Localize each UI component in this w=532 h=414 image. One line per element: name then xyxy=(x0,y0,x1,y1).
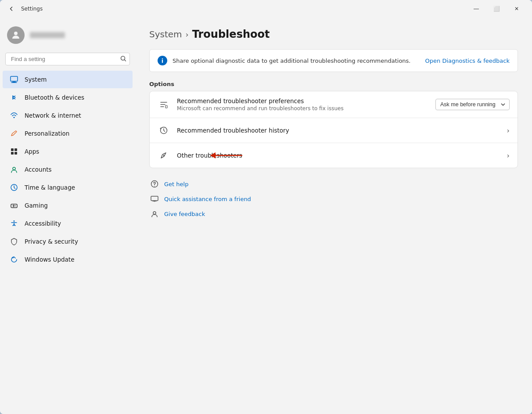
privacy-icon xyxy=(10,237,18,246)
svg-rect-5 xyxy=(11,148,14,151)
other-troubleshooters-text: Other troubleshooters xyxy=(177,152,500,159)
nav-bluetooth-label: Bluetooth & devices xyxy=(25,94,84,101)
svg-rect-7 xyxy=(11,152,14,155)
troubleshooter-dropdown[interactable]: Ask me before running Run automatically … xyxy=(435,99,510,110)
nav-gaming-label: Gaming xyxy=(25,202,48,209)
titlebar: Settings — ⬜ ✕ xyxy=(0,0,532,18)
feedback-item[interactable]: Give feedback xyxy=(149,209,518,219)
user-section xyxy=(0,21,135,51)
info-text: Share optional diagnostic data to get ad… xyxy=(173,58,420,64)
nav-time-label: Time & language xyxy=(25,184,75,191)
nav-personalization[interactable]: Personalization xyxy=(3,125,133,142)
settings-window: Settings — ⬜ ✕ xyxy=(0,0,532,414)
feedback-link[interactable]: Give feedback xyxy=(164,211,205,217)
history-right: › xyxy=(507,126,510,135)
get-help-link[interactable]: Get help xyxy=(164,181,188,187)
accessibility-icon xyxy=(10,219,18,228)
other-troubleshooters-icon xyxy=(158,149,170,162)
nav-update[interactable]: Windows Update xyxy=(3,251,133,268)
options-section-title: Options xyxy=(149,81,518,87)
get-help-icon xyxy=(149,179,160,189)
titlebar-title: Settings xyxy=(21,6,466,12)
sidebar: System Bluetooth & devices xyxy=(0,18,135,414)
search-icon xyxy=(120,55,126,63)
nav-network[interactable]: Network & internet xyxy=(3,107,133,124)
network-icon xyxy=(10,111,18,120)
option-other-troubleshooters[interactable]: Other troubleshooters › xyxy=(150,143,518,168)
breadcrumb-separator: › xyxy=(186,30,189,39)
option-history[interactable]: Recommended troubleshooter history › xyxy=(150,118,518,143)
svg-point-4 xyxy=(14,117,15,118)
search-box xyxy=(5,53,130,65)
other-chevron: › xyxy=(507,151,510,160)
help-links: Get help Quick assistance from a friend xyxy=(149,179,518,219)
nav-apps[interactable]: Apps xyxy=(3,143,133,160)
minimize-button[interactable]: — xyxy=(466,2,486,16)
apps-icon xyxy=(10,147,18,156)
svg-point-16 xyxy=(163,155,165,156)
nav-update-label: Windows Update xyxy=(25,256,74,263)
nav-personalization-label: Personalization xyxy=(25,130,69,137)
quick-assist-icon xyxy=(149,194,160,204)
back-button[interactable] xyxy=(5,3,18,15)
nav-accessibility-label: Accessibility xyxy=(25,220,61,227)
quick-assist-link[interactable]: Quick assistance from a friend xyxy=(164,196,251,202)
breadcrumb-current: Troubleshoot xyxy=(192,28,270,40)
svg-rect-2 xyxy=(11,76,18,81)
preferences-subtitle: Microsoft can recommend and run troubles… xyxy=(177,105,428,112)
preferences-title: Recommended troubleshooter preferences xyxy=(177,97,428,104)
svg-point-9 xyxy=(13,167,15,170)
search-input[interactable] xyxy=(5,53,130,65)
content-area: System Bluetooth & devices xyxy=(0,18,532,414)
nav-privacy[interactable]: Privacy & security xyxy=(3,233,133,250)
history-title: Recommended troubleshooter history xyxy=(177,127,500,134)
info-icon: i xyxy=(158,56,167,65)
nav-accessibility[interactable]: Accessibility xyxy=(3,215,133,232)
nav-network-label: Network & internet xyxy=(25,112,81,119)
breadcrumb-parent: System xyxy=(149,29,182,40)
svg-point-20 xyxy=(153,212,156,214)
nav-gaming[interactable]: Gaming xyxy=(3,197,133,214)
open-diagnostics-link[interactable]: Open Diagnostics & feedback xyxy=(425,58,510,64)
options-container: Recommended troubleshooter preferences M… xyxy=(149,91,518,168)
bluetooth-icon xyxy=(10,93,18,102)
preferences-right: Ask me before running Run automatically … xyxy=(435,99,510,110)
preferences-text: Recommended troubleshooter preferences M… xyxy=(177,97,428,112)
history-icon xyxy=(158,124,170,137)
quick-assist-item[interactable]: Quick assistance from a friend xyxy=(149,194,518,204)
nav-bluetooth[interactable]: Bluetooth & devices xyxy=(3,89,133,106)
svg-rect-6 xyxy=(14,148,17,151)
nav-system-label: System xyxy=(25,76,47,83)
svg-rect-8 xyxy=(14,152,17,155)
nav-system[interactable]: System xyxy=(3,71,133,88)
svg-point-0 xyxy=(14,32,18,35)
option-preferences[interactable]: Recommended troubleshooter preferences M… xyxy=(150,91,518,118)
system-icon xyxy=(10,75,18,84)
feedback-icon xyxy=(149,209,160,219)
update-icon xyxy=(10,255,18,264)
history-chevron: › xyxy=(507,126,510,135)
breadcrumb: System › Troubleshoot xyxy=(149,28,518,40)
nav-privacy-label: Privacy & security xyxy=(25,238,78,245)
window-controls: — ⬜ ✕ xyxy=(466,2,527,16)
svg-point-18 xyxy=(154,186,155,187)
get-help-item[interactable]: Get help xyxy=(149,179,518,189)
history-text: Recommended troubleshooter history xyxy=(177,127,500,134)
svg-point-13 xyxy=(14,220,15,222)
maximize-button[interactable]: ⬜ xyxy=(486,2,507,16)
close-button[interactable]: ✕ xyxy=(507,2,527,16)
nav-time[interactable]: Time & language xyxy=(3,179,133,196)
nav-accounts[interactable]: Accounts xyxy=(3,161,133,178)
nav-accounts-label: Accounts xyxy=(25,166,52,173)
gaming-icon xyxy=(10,201,18,210)
personalization-icon xyxy=(10,129,18,138)
user-name xyxy=(30,32,65,38)
svg-point-12 xyxy=(15,205,16,206)
info-banner: i Share optional diagnostic data to get … xyxy=(149,49,518,72)
svg-rect-14 xyxy=(165,105,167,108)
main-content: System › Troubleshoot i Share optional d… xyxy=(135,18,532,414)
other-troubleshooters-right: › xyxy=(507,151,510,160)
preferences-icon xyxy=(158,98,170,111)
nav-apps-label: Apps xyxy=(25,148,39,155)
avatar xyxy=(7,26,25,44)
